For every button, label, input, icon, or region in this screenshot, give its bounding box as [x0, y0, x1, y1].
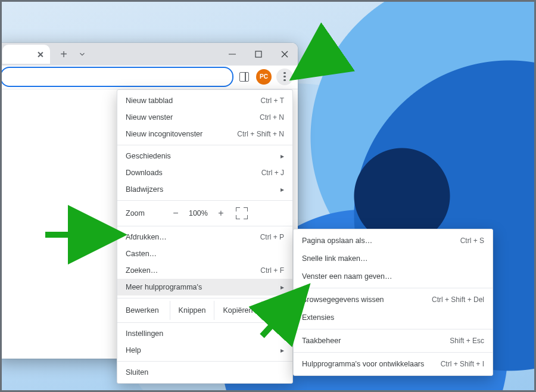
submenu-item-developer-tools[interactable]: Hulpprogramma's voor ontwikkelaars Ctrl …: [294, 355, 493, 373]
edit-copy-button[interactable]: Kopiëren: [214, 301, 261, 320]
menu-item-cast[interactable]: Casten…: [117, 245, 292, 262]
menu-item-find[interactable]: Zoeken… Ctrl + F: [117, 262, 292, 279]
new-tab-button[interactable]: +: [56, 46, 71, 62]
menu-item-bookmarks[interactable]: Bladwijzers ▸: [117, 181, 292, 198]
menu-item-new-incognito[interactable]: Nieuw incognitovenster Ctrl + Shift + N: [117, 126, 292, 142]
submenu-item-save-page[interactable]: Pagina opslaan als… Ctrl + S: [294, 232, 493, 250]
tab-search-button[interactable]: [71, 50, 93, 58]
browser-tab[interactable]: [2, 45, 50, 64]
submenu-item-extensions[interactable]: Extensies: [294, 309, 493, 326]
maximize-button[interactable]: [245, 43, 272, 66]
zoom-out-button[interactable]: −: [167, 206, 184, 220]
menu-item-zoom: Zoom − 100% +: [117, 203, 292, 223]
menu-item-new-tab[interactable]: Nieuw tabblad Ctrl + T: [117, 92, 292, 109]
more-tools-submenu: Pagina opslaan als… Ctrl + S Snelle link…: [293, 229, 493, 376]
zoom-in-button[interactable]: +: [213, 206, 229, 220]
chevron-right-icon: ▸: [281, 283, 284, 291]
chevron-right-icon: ▸: [281, 346, 284, 354]
window-titlebar: +: [0, 43, 298, 66]
edit-cut-button[interactable]: Knippen: [170, 301, 214, 320]
menu-item-exit[interactable]: Sluiten: [117, 364, 292, 381]
minimize-button[interactable]: [219, 43, 245, 66]
submenu-item-clear-browsing-data[interactable]: Browsegegevens wissen Ctrl + Shift + Del: [294, 291, 493, 309]
menu-item-settings[interactable]: Instellingen: [117, 325, 292, 342]
svg-rect-1: [255, 51, 261, 57]
chevron-right-icon: ▸: [281, 152, 284, 160]
side-panel-icon[interactable]: [239, 72, 249, 82]
app-menu: Nieuw tabblad Ctrl + T Nieuw venster Ctr…: [117, 89, 293, 384]
menu-item-new-window[interactable]: Nieuw venster Ctrl + N: [117, 109, 292, 126]
close-tab-icon[interactable]: [38, 52, 43, 57]
browser-toolbar: PC: [0, 66, 298, 89]
menu-item-more-tools[interactable]: Meer hulpprogramma's ▸: [117, 279, 292, 295]
fullscreen-icon[interactable]: [235, 207, 248, 220]
chevron-right-icon: ▸: [281, 185, 284, 194]
window-controls: [219, 43, 298, 66]
app-menu-button[interactable]: [276, 69, 293, 85]
menu-item-help[interactable]: Help ▸: [117, 342, 292, 359]
menu-item-edit-row: Bewerken Knippen Kopiëren Plakken: [117, 301, 292, 320]
menu-item-downloads[interactable]: Downloads Ctrl + J: [117, 164, 292, 181]
close-window-button[interactable]: [272, 43, 298, 66]
profile-avatar[interactable]: PC: [256, 69, 272, 85]
submenu-item-task-manager[interactable]: Taakbeheer Shift + Esc: [294, 332, 493, 350]
address-bar[interactable]: [0, 67, 233, 87]
zoom-value: 100%: [184, 209, 213, 217]
submenu-item-name-window[interactable]: Venster een naam geven…: [294, 267, 493, 285]
menu-item-history[interactable]: Geschiedenis ▸: [117, 148, 292, 164]
menu-item-print[interactable]: Afdrukken… Ctrl + P: [117, 229, 292, 245]
submenu-item-create-shortcut[interactable]: Snelle link maken…: [294, 250, 493, 267]
